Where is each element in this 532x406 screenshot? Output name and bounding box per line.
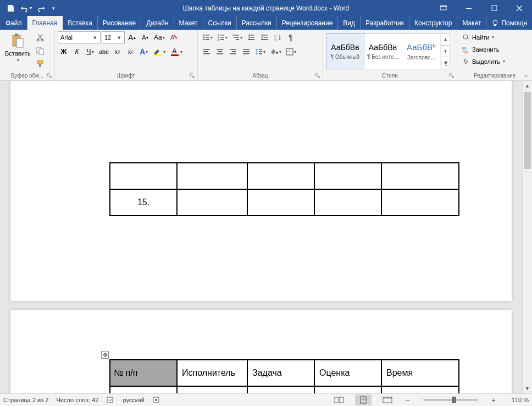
undo-icon[interactable]: ▾ xyxy=(19,1,33,16)
multilevel-icon[interactable]: ▾ xyxy=(230,31,244,43)
header-executor[interactable]: Исполнитель xyxy=(177,360,247,386)
style-heading1[interactable]: АаБбВ⁠ᵇ Заголово... xyxy=(402,34,441,69)
zoom-in-icon[interactable]: + xyxy=(489,396,498,404)
table-header-row[interactable]: № п/п Исполнитель Задача Оценка Время xyxy=(110,360,459,386)
superscript-icon[interactable]: x2 xyxy=(125,46,137,58)
zoom-slider[interactable] xyxy=(423,399,478,401)
font-color-icon[interactable]: A▾ xyxy=(168,46,184,58)
view-web-icon[interactable] xyxy=(379,394,396,405)
tab-mailings[interactable]: Рассылки xyxy=(237,16,277,30)
copy-icon[interactable] xyxy=(34,45,46,57)
vertical-scrollbar[interactable]: ▲ ▼ xyxy=(522,81,532,393)
paragraph-launcher-icon[interactable] xyxy=(314,72,322,80)
view-read-icon[interactable] xyxy=(331,394,347,405)
tell-me[interactable]: Помощн xyxy=(486,16,532,30)
style-normal[interactable]: АаБбВв ¶ Обычный xyxy=(326,33,364,69)
scroll-down-icon[interactable]: ▼ xyxy=(523,383,532,393)
styles-launcher-icon[interactable] xyxy=(448,72,456,80)
header-number[interactable]: № п/п xyxy=(110,360,177,386)
grow-font-icon[interactable]: A▴ xyxy=(126,31,138,43)
zoom-knob[interactable] xyxy=(452,397,456,403)
header-time[interactable]: Время xyxy=(381,360,459,386)
tab-references[interactable]: Ссылки xyxy=(203,16,237,30)
cut-icon[interactable] xyxy=(34,31,46,43)
tab-view[interactable]: Вид xyxy=(338,16,361,30)
line-spacing-icon[interactable]: ▾ xyxy=(253,46,267,58)
align-center-icon[interactable] xyxy=(214,46,226,58)
clipboard-launcher-icon[interactable] xyxy=(46,72,53,80)
header-task[interactable]: Задача xyxy=(247,360,314,386)
tab-insert[interactable]: Вставка xyxy=(63,16,98,30)
sort-icon[interactable]: AЯ xyxy=(271,31,284,43)
tab-table-layout[interactable]: Макет xyxy=(457,16,486,30)
tab-home[interactable]: Главная xyxy=(27,16,63,30)
text-effects-icon[interactable]: A▾ xyxy=(138,46,150,58)
scroll-thumb[interactable] xyxy=(524,92,531,169)
document-viewport[interactable]: 15. ✥ № п/п Исполнитель Задача Оценка Вр… xyxy=(0,81,522,393)
format-painter-icon[interactable] xyxy=(34,58,46,70)
gallery-down-icon[interactable]: ▼ xyxy=(441,46,450,58)
clear-format-icon[interactable]: A xyxy=(168,31,180,43)
customize-qa-icon[interactable]: ▾ xyxy=(49,1,57,16)
tab-table-design[interactable]: Конструктор xyxy=(409,16,457,30)
bold-icon[interactable]: Ж xyxy=(58,46,70,58)
zoom-percent[interactable]: 110 % xyxy=(506,397,529,403)
view-print-icon[interactable] xyxy=(355,394,372,405)
tab-review[interactable]: Рецензирование xyxy=(277,16,339,30)
underline-icon[interactable]: Ч▾ xyxy=(84,46,96,58)
document-table-2[interactable]: № п/п Исполнитель Задача Оценка Время 16… xyxy=(109,359,459,393)
save-icon[interactable] xyxy=(3,1,18,16)
tab-file[interactable]: Файл xyxy=(1,16,27,30)
replace-button[interactable]: abac Заменить xyxy=(460,43,507,55)
page-2[interactable]: ✥ № п/п Исполнитель Задача Оценка Время … xyxy=(10,310,512,393)
align-right-icon[interactable] xyxy=(227,46,239,58)
minimize-icon[interactable] xyxy=(456,0,481,16)
gallery-more-icon[interactable]: ▼̲ xyxy=(441,57,450,69)
font-name-combo[interactable]: Arial▾ xyxy=(58,31,101,43)
status-page[interactable]: Страница 2 из 2 xyxy=(3,397,48,403)
table-row[interactable] xyxy=(110,163,459,189)
numbering-icon[interactable]: 123▾ xyxy=(215,31,229,43)
style-no-spacing[interactable]: АаБбВв ¶ Без инте... xyxy=(364,34,402,69)
collapse-ribbon-icon[interactable] xyxy=(522,72,530,80)
table-anchor-icon[interactable]: ✥ xyxy=(101,351,109,359)
page-1[interactable]: 15. xyxy=(10,81,512,301)
status-language[interactable]: русский xyxy=(123,397,145,403)
borders-icon[interactable]: ▾ xyxy=(284,46,298,58)
cell-number[interactable]: 15. xyxy=(110,189,177,216)
scroll-up-icon[interactable]: ▲ xyxy=(523,81,532,91)
redo-icon[interactable] xyxy=(34,1,48,16)
zoom-out-icon[interactable]: − xyxy=(403,396,412,404)
italic-icon[interactable]: К xyxy=(71,46,83,58)
document-table-1[interactable]: 15. xyxy=(109,162,459,216)
align-left-icon[interactable] xyxy=(201,46,213,58)
paste-button[interactable]: Вставить ▾ xyxy=(3,31,33,64)
tab-draw[interactable]: Рисование xyxy=(98,16,141,30)
decrease-indent-icon[interactable] xyxy=(245,31,257,43)
increase-indent-icon[interactable] xyxy=(258,31,270,43)
bullets-icon[interactable]: ▾ xyxy=(201,31,214,43)
find-button[interactable]: Найти▾ xyxy=(460,31,507,43)
shading-icon[interactable]: ▾ xyxy=(268,46,283,58)
show-marks-icon[interactable]: ¶ xyxy=(285,31,297,43)
table-row[interactable]: 15. xyxy=(110,189,459,216)
cell-number[interactable]: 16. xyxy=(110,386,177,393)
gallery-up-icon[interactable]: ▲ xyxy=(441,34,450,46)
strike-icon[interactable]: abc xyxy=(97,46,110,58)
select-button[interactable]: Выделить▾ xyxy=(460,56,507,67)
table-row[interactable]: 16. xyxy=(110,386,459,393)
justify-icon[interactable] xyxy=(240,46,252,58)
header-grade[interactable]: Оценка xyxy=(314,360,381,386)
scroll-track[interactable] xyxy=(523,91,532,383)
shrink-font-icon[interactable]: A▾ xyxy=(139,31,151,43)
highlight-icon[interactable]: ▾ xyxy=(151,46,167,58)
close-icon[interactable] xyxy=(507,0,532,16)
tab-developer[interactable]: Разработчик xyxy=(361,16,409,30)
tab-design[interactable]: Дизайн xyxy=(141,16,174,30)
tab-layout[interactable]: Макет xyxy=(174,16,203,30)
ribbon-display-icon[interactable] xyxy=(431,0,456,16)
font-launcher-icon[interactable] xyxy=(189,72,196,80)
status-words[interactable]: Число слов: 42 xyxy=(56,397,98,403)
spellcheck-icon[interactable] xyxy=(107,396,115,404)
maximize-icon[interactable] xyxy=(481,0,507,16)
